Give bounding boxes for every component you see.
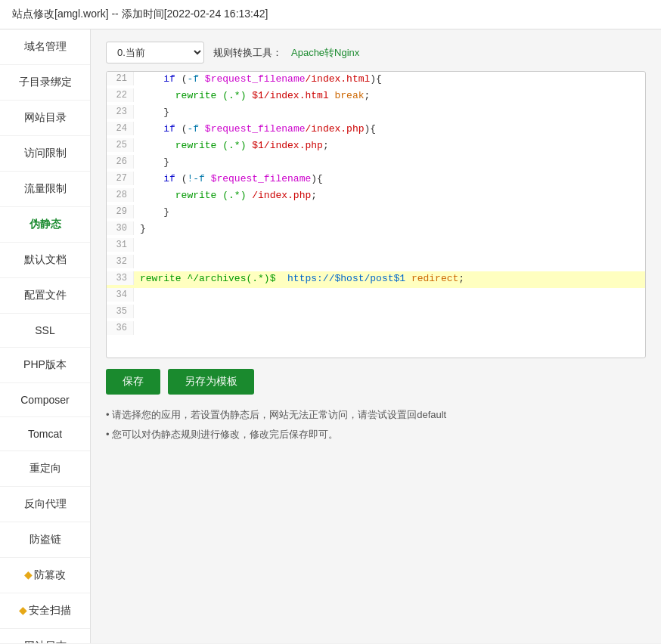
line-content — [134, 288, 645, 302]
sidebar-item-hotlink[interactable]: 防盗链 — [0, 522, 90, 558]
line-content: if (!-f $request_filename){ — [134, 172, 645, 186]
line-number: 30 — [107, 221, 134, 235]
toolbar-row: 0.当前 规则转换工具： Apache转Nginx — [106, 42, 646, 63]
sidebar-item-composer[interactable]: Composer — [0, 383, 90, 417]
table-row: 29 } — [107, 205, 645, 221]
page-title: 站点修改[amgl.work] -- 添加时间[2022-02-24 16:13… — [12, 8, 268, 20]
save-as-template-button[interactable]: 另存为模板 — [168, 369, 254, 395]
action-row: 保存 另存为模板 — [106, 369, 646, 395]
table-row: 23 } — [107, 105, 645, 122]
diamond-icon: ◆ — [24, 568, 33, 581]
sidebar-item-flow[interactable]: 流量限制 — [0, 172, 90, 207]
line-number: 24 — [107, 122, 134, 135]
line-number: 28 — [107, 188, 134, 202]
convert-link[interactable]: Apache转Nginx — [291, 46, 359, 60]
tips-section: 请选择您的应用，若设置伪静态后，网站无法正常访问，请尝试设置回default您可… — [106, 405, 646, 444]
sidebar-item-logs[interactable]: 网站日志 — [0, 629, 90, 643]
line-content: } — [134, 205, 645, 219]
table-row: 25 rewrite (.*) $1/index.php; — [107, 138, 645, 155]
line-content: rewrite ^/archives(.*)$ https://$host/po… — [134, 271, 645, 286]
line-content: } — [134, 155, 645, 169]
convert-label: 规则转换工具： — [213, 46, 282, 60]
table-row: 21 if (-f $request_filename/index.html){ — [107, 72, 645, 88]
sidebar-item-tamper[interactable]: ◆防篡改 — [0, 558, 90, 593]
table-row: 35 — [107, 305, 645, 321]
line-number: 33 — [107, 271, 134, 285]
sidebar-item-redirect[interactable]: 重定向 — [0, 451, 90, 487]
sidebar-item-domain[interactable]: 域名管理 — [0, 29, 90, 65]
table-row: 33rewrite ^/archives(.*)$ https://$host/… — [107, 271, 645, 288]
table-row: 31 — [107, 238, 645, 255]
sidebar-item-webdir[interactable]: 网站目录 — [0, 101, 90, 136]
sidebar-item-proxy[interactable]: 反向代理 — [0, 487, 90, 522]
sidebar-item-config[interactable]: 配置文件 — [0, 278, 90, 314]
table-row: 28 rewrite (.*) /index.php; — [107, 188, 645, 205]
rule-select[interactable]: 0.当前 — [106, 42, 204, 63]
line-content — [134, 255, 645, 269]
table-row: 32 — [107, 255, 645, 271]
line-content: if (-f $request_filename/index.php){ — [134, 122, 645, 136]
sidebar-item-subdir[interactable]: 子目录绑定 — [0, 65, 90, 101]
save-button[interactable]: 保存 — [106, 369, 160, 395]
line-number: 36 — [107, 321, 134, 335]
line-content — [134, 321, 645, 336]
table-row: 30} — [107, 221, 645, 238]
top-bar: 站点修改[amgl.work] -- 添加时间[2022-02-24 16:13… — [0, 0, 661, 29]
line-number: 32 — [107, 255, 134, 268]
line-content: rewrite (.*) $1/index.html break; — [134, 88, 645, 103]
line-number: 21 — [107, 72, 134, 85]
line-number: 22 — [107, 88, 134, 102]
sidebar-item-defaultdoc[interactable]: 默认文档 — [0, 243, 90, 278]
table-row: 27 if (!-f $request_filename){ — [107, 172, 645, 188]
line-number: 25 — [107, 138, 134, 152]
line-content: rewrite (.*) $1/index.php; — [134, 138, 645, 153]
sidebar-item-ssl[interactable]: SSL — [0, 314, 90, 348]
table-row: 26 } — [107, 155, 645, 172]
line-number: 29 — [107, 205, 134, 218]
line-number: 27 — [107, 172, 134, 185]
table-row: 34 — [107, 288, 645, 305]
sidebar-item-pseudo[interactable]: 伪静态 — [0, 207, 90, 243]
line-number: 34 — [107, 288, 134, 302]
sidebar-item-access[interactable]: 访问限制 — [0, 136, 90, 172]
main-content: 0.当前 规则转换工具： Apache转Nginx 21 if (-f $req… — [91, 29, 661, 643]
line-content — [134, 238, 645, 252]
line-content: if (-f $request_filename/index.html){ — [134, 72, 645, 86]
list-item: 您可以对伪静态规则进行修改，修改完后保存即可。 — [106, 425, 646, 444]
sidebar-item-security[interactable]: ◆安全扫描 — [0, 593, 90, 629]
line-content — [134, 305, 645, 319]
line-content: } — [134, 105, 645, 119]
line-number: 35 — [107, 305, 134, 318]
sidebar-item-tomcat[interactable]: Tomcat — [0, 417, 90, 451]
table-row: 24 if (-f $request_filename/index.php){ — [107, 122, 645, 138]
line-content: rewrite (.*) /index.php; — [134, 188, 645, 203]
line-number: 31 — [107, 238, 134, 252]
line-number: 26 — [107, 155, 134, 169]
diamond-icon: ◆ — [19, 604, 27, 616]
table-row: 36 — [107, 321, 645, 338]
code-editor[interactable]: 21 if (-f $request_filename/index.html){… — [106, 71, 646, 358]
line-number: 23 — [107, 105, 134, 119]
line-content: } — [134, 221, 645, 236]
sidebar-item-php[interactable]: PHP版本 — [0, 348, 90, 383]
table-row: 22 rewrite (.*) $1/index.html break; — [107, 88, 645, 105]
list-item: 请选择您的应用，若设置伪静态后，网站无法正常访问，请尝试设置回default — [106, 405, 646, 425]
sidebar: 域名管理子目录绑定网站目录访问限制流量限制伪静态默认文档配置文件SSLPHP版本… — [0, 29, 91, 643]
